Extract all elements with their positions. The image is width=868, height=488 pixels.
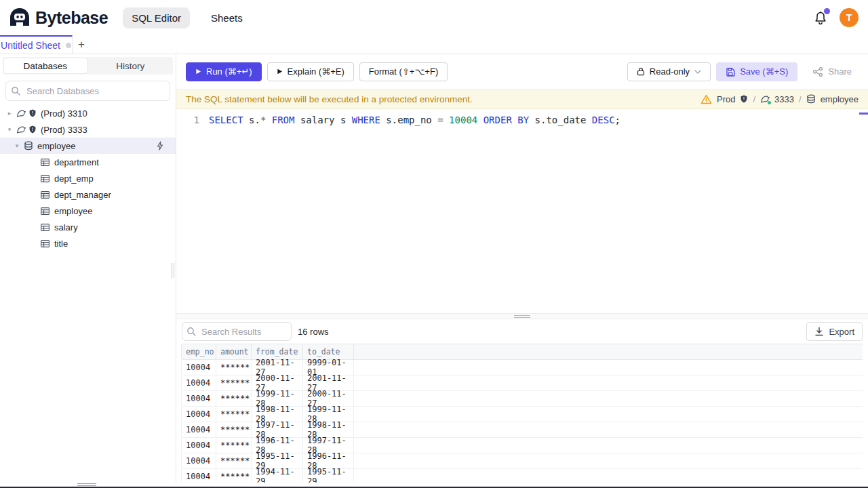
table-icon — [41, 159, 50, 166]
table-label: salary — [54, 222, 78, 232]
share-button[interactable]: Share — [803, 62, 861, 81]
table-label: title — [54, 239, 68, 249]
mysql-icon — [16, 108, 26, 118]
chevron-right-icon[interactable]: ▸ — [5, 110, 14, 117]
tree-instance-3333[interactable]: ▾ (Prod) 3333 — [0, 121, 176, 138]
unsaved-dot — [66, 43, 71, 48]
table-icon — [41, 175, 50, 182]
search-results-input[interactable] — [182, 322, 292, 341]
column-header[interactable]: amount — [216, 344, 252, 359]
nav-sql-editor[interactable]: SQL Editor — [123, 7, 190, 28]
search-databases-input[interactable] — [5, 81, 170, 101]
sql-code-editor[interactable]: 1 SELECT s.* FROM salary s WHERE s.emp_n… — [176, 109, 868, 313]
mysql-icon — [16, 125, 26, 134]
tab-untitled-sheet[interactable]: Untitled Sheet — [0, 35, 73, 54]
tree-instance-3310[interactable]: ▸ (Prod) 3310 — [0, 105, 176, 121]
search-icon — [11, 86, 20, 96]
code-line: 1 SELECT s.* FROM salary s WHERE s.emp_n… — [176, 109, 868, 127]
avatar[interactable]: T — [840, 8, 859, 27]
connection-breadcrumb: Prod / 3333 / employee — [701, 94, 859, 104]
save-icon — [726, 67, 735, 77]
nav-sheets[interactable]: Sheets — [202, 7, 252, 28]
column-header[interactable]: from_date — [252, 344, 303, 359]
results-table: emp_no amount from_date to_date 10004 **… — [182, 344, 863, 483]
sheet-tab-label: Untitled Sheet — [1, 40, 60, 51]
editor-toolbar: Run (⌘+↵) Explain (⌘+E) Format (⇧+⌥+F) R… — [176, 54, 868, 89]
download-icon — [814, 327, 824, 336]
sidebar: Databases History ▸ (Prod) 3310 ▾ ( — [0, 54, 176, 483]
readonly-mode-select[interactable]: Read-only — [627, 62, 711, 81]
main-panel: Run (⌘+↵) Explain (⌘+E) Format (⇧+⌥+F) R… — [176, 54, 868, 483]
chevron-down-icon[interactable]: ▾ — [5, 126, 14, 133]
notification-dot — [824, 8, 830, 14]
toolbar-right: Read-only Save (⌘+S) Share — [627, 62, 861, 81]
tree-table-title[interactable]: title — [0, 235, 176, 251]
bytebase-logo-icon — [9, 7, 30, 28]
results-search — [182, 322, 292, 341]
table-icon — [41, 240, 50, 247]
tree-table-dept-manager[interactable]: dept_manager — [0, 186, 176, 203]
top-header: Bytebase SQL Editor Sheets T — [0, 0, 868, 35]
sidebar-tabs: Databases History — [3, 57, 173, 75]
column-header[interactable]: emp_no — [181, 344, 216, 359]
notification-bell-icon[interactable] — [812, 9, 829, 26]
table-icon — [41, 224, 50, 231]
instance-label: (Prod) 3333 — [41, 125, 87, 135]
sidebar-resize-handle[interactable] — [172, 263, 175, 278]
line-number: 1 — [176, 114, 199, 127]
column-header-filler — [354, 344, 863, 359]
format-button[interactable]: Format (⇧+⌥+F) — [359, 62, 448, 81]
brand-name: Bytebase — [35, 8, 108, 28]
protected-environment-banner: The SQL statement below will be executed… — [176, 89, 868, 109]
tree-database-employee[interactable]: ▾ employee — [0, 138, 176, 154]
table-row[interactable]: 10004 ****** 1994-11-29 1995-11-29 — [182, 469, 863, 483]
instance-name[interactable]: 3333 — [774, 94, 794, 104]
table-label: employee — [54, 206, 92, 216]
status-green-dot — [768, 101, 771, 104]
bytebase-sql-editor: Bytebase SQL Editor Sheets T Untitled Sh… — [0, 0, 868, 488]
database-icon — [806, 94, 816, 104]
database-tree: ▸ (Prod) 3310 ▾ (Prod) 3333 ▾ employee — [0, 105, 176, 251]
shield-icon — [740, 95, 748, 103]
save-button[interactable]: Save (⌘+S) — [716, 62, 797, 81]
tab-history[interactable]: History — [90, 58, 172, 73]
results-panel: 16 rows Export emp_no amount from_date t… — [176, 319, 868, 483]
warning-icon — [701, 94, 712, 104]
lock-icon — [637, 67, 645, 76]
table-label: dept_manager — [54, 190, 111, 200]
play-icon — [195, 68, 201, 75]
explain-button[interactable]: Explain (⌘+E) — [267, 62, 354, 81]
tree-table-department[interactable]: department — [0, 154, 176, 170]
export-button[interactable]: Export — [806, 322, 863, 341]
table-label: department — [54, 157, 99, 167]
search-icon — [186, 327, 196, 336]
tab-databases[interactable]: Databases — [4, 58, 87, 73]
top-nav: SQL Editor Sheets — [123, 7, 252, 28]
mysql-icon — [760, 94, 770, 104]
results-toolbar: 16 rows Export — [176, 319, 868, 344]
tree-table-dept-emp[interactable]: dept_emp — [0, 170, 176, 186]
row-count: 16 rows — [298, 327, 329, 337]
top-right: T — [812, 8, 859, 27]
run-button[interactable]: Run (⌘+↵) — [186, 62, 262, 81]
column-header[interactable]: to_date — [303, 344, 354, 359]
tree-table-employee[interactable]: employee — [0, 203, 176, 219]
environment-label: Prod — [717, 94, 735, 104]
shield-icon — [28, 109, 37, 117]
brand[interactable]: Bytebase — [9, 7, 108, 28]
database-search — [5, 81, 170, 101]
add-sheet-button[interactable]: + — [73, 35, 90, 54]
tree-table-salary[interactable]: salary — [0, 219, 176, 235]
panel-resize-handle[interactable] — [176, 313, 868, 319]
chevron-down-icon — [694, 70, 701, 74]
share-icon — [812, 66, 823, 77]
chevron-down-icon[interactable]: ▾ — [13, 142, 21, 149]
scrollbar-ruler-mark — [859, 113, 868, 115]
table-icon — [41, 191, 50, 199]
database-name[interactable]: employee — [821, 94, 859, 104]
quick-action-bolt-icon[interactable] — [156, 141, 164, 150]
table-icon — [41, 207, 50, 215]
shield-icon — [28, 125, 37, 134]
database-label: employee — [37, 141, 75, 151]
database-icon — [24, 141, 33, 150]
